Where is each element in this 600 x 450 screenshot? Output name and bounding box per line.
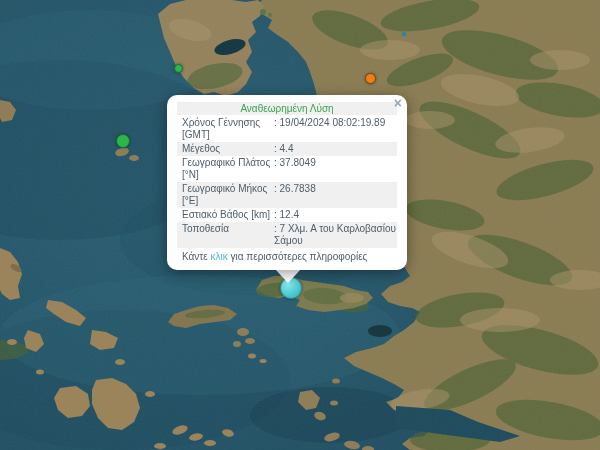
popup-row-longitude: Γεωγραφικό Μήκος [°E] : 26.7838 [177, 182, 397, 208]
popup-row-depth: Εστιακό Βάθος [km] : 12.4 [177, 208, 397, 222]
row-label: Χρόνος Γέννησης [GMT] [177, 117, 273, 141]
earthquake-marker-selected[interactable] [280, 277, 302, 299]
row-label: Μέγεθος [177, 143, 273, 155]
popup-window: × Αναθεωρημένη Λύση Χρόνος Γέννησης [GMT… [167, 95, 407, 270]
popup-row-origin-time: Χρόνος Γέννησης [GMT] : 19/04/2024 08:02… [177, 116, 397, 142]
row-value: : 7 Χλμ. Α του Καρλοβασίου Σάμου [273, 223, 397, 247]
earthquake-marker-green-large[interactable] [116, 134, 130, 148]
earthquake-marker-orange[interactable] [365, 73, 376, 84]
earthquake-marker-green-small[interactable] [174, 64, 183, 73]
popup-footer: Κάντε κλικ για περισσότερες πληροφορίες [177, 248, 397, 264]
row-label: Τοποθεσία [177, 223, 273, 247]
map[interactable]: × Αναθεωρημένη Λύση Χρόνος Γέννησης [GMT… [0, 0, 600, 450]
row-value: : 19/04/2024 08:02:19.89 [273, 117, 397, 141]
popup-close-button[interactable]: × [394, 96, 402, 110]
popup-title: Αναθεωρημένη Λύση [177, 102, 397, 115]
footer-text-suffix: για περισσότερες πληροφορίες [228, 251, 368, 262]
popup-more-info-link[interactable]: κλικ [211, 251, 228, 262]
footer-text-prefix: Κάντε [182, 251, 211, 262]
row-label: Εστιακό Βάθος [km] [177, 209, 273, 221]
popup-row-magnitude: Μέγεθος : 4.4 [177, 142, 397, 156]
row-value: : 12.4 [273, 209, 397, 221]
row-value: : 4.4 [273, 143, 397, 155]
row-value: : 26.7838 [273, 183, 397, 207]
row-value: : 37.8049 [273, 157, 397, 181]
popup-row-latitude: Γεωγραφικό Πλάτος [°N] : 37.8049 [177, 156, 397, 182]
row-label: Γεωγραφικό Πλάτος [°N] [177, 157, 273, 181]
popup-row-location: Τοποθεσία : 7 Χλμ. Α του Καρλοβασίου Σάμ… [177, 222, 397, 248]
row-label: Γεωγραφικό Μήκος [°E] [177, 183, 273, 207]
